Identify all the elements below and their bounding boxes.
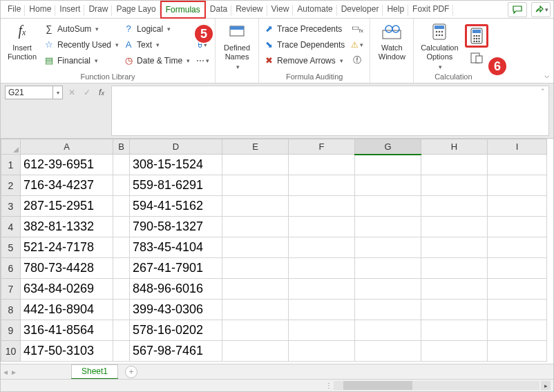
tab-automate[interactable]: Automate bbox=[293, 1, 336, 18]
trace-precedents-button[interactable]: ⬈Trace Precedents bbox=[263, 21, 345, 36]
cell[interactable] bbox=[289, 237, 355, 258]
row-header[interactable]: 9 bbox=[1, 320, 21, 341]
formula-bar-input[interactable]: ⌃ bbox=[111, 86, 549, 136]
cell[interactable]: 848-96-6016 bbox=[130, 279, 222, 300]
cell[interactable]: 417-50-3103 bbox=[21, 341, 113, 362]
row-header[interactable]: 3 bbox=[1, 196, 21, 217]
cell[interactable] bbox=[222, 175, 289, 196]
row-header[interactable]: 8 bbox=[1, 300, 21, 320]
evaluate-formula-button[interactable]: ⓕ bbox=[349, 53, 365, 68]
tab-draw[interactable]: Draw bbox=[84, 1, 112, 18]
cell[interactable] bbox=[113, 300, 130, 320]
share-button[interactable]: ▾ bbox=[531, 2, 551, 17]
cell[interactable] bbox=[355, 155, 421, 175]
row-header[interactable]: 6 bbox=[1, 258, 21, 279]
cell[interactable] bbox=[289, 320, 355, 341]
row-header[interactable]: 7 bbox=[1, 279, 21, 300]
tab-formulas[interactable]: Formulas bbox=[160, 1, 206, 19]
watch-window-button[interactable]: Watch Window bbox=[374, 21, 409, 72]
cell[interactable]: 716-34-4237 bbox=[21, 175, 113, 196]
name-box-dropdown[interactable]: ▾ bbox=[53, 86, 63, 99]
cell[interactable] bbox=[355, 217, 421, 237]
recently-used-button[interactable]: ☆Recently Used▾ bbox=[44, 37, 119, 52]
cell[interactable] bbox=[488, 341, 547, 362]
show-formulas-button[interactable]: ▭fx bbox=[349, 21, 365, 36]
sheet-tab-sheet1[interactable]: Sheet1 bbox=[71, 364, 118, 379]
cell[interactable] bbox=[289, 258, 355, 279]
cell[interactable] bbox=[355, 237, 421, 258]
financial-button[interactable]: ▤Financial▾ bbox=[44, 53, 119, 68]
cell[interactable] bbox=[113, 237, 130, 258]
cancel-formula-button[interactable]: ✕ bbox=[64, 86, 79, 99]
cell[interactable] bbox=[222, 341, 289, 362]
date-time-button[interactable]: ◷Date & Time▾ bbox=[123, 53, 190, 68]
cell[interactable] bbox=[421, 196, 488, 217]
name-box[interactable]: G21 bbox=[5, 86, 53, 99]
cell[interactable] bbox=[222, 279, 289, 300]
cell[interactable]: 559-81-6291 bbox=[130, 175, 222, 196]
cell[interactable] bbox=[488, 258, 547, 279]
cell[interactable]: 783-45-4104 bbox=[130, 237, 222, 258]
cell[interactable] bbox=[421, 237, 488, 258]
cell[interactable] bbox=[222, 237, 289, 258]
worksheet-grid[interactable]: A B D E F G H I 1612-39-6951308-15-15242… bbox=[1, 139, 553, 364]
cell[interactable] bbox=[488, 217, 547, 237]
sheet-nav-arrows[interactable]: ◂▸ bbox=[3, 367, 16, 377]
col-header-B[interactable]: B bbox=[113, 139, 130, 155]
cell[interactable] bbox=[488, 320, 547, 341]
row-header[interactable]: 2 bbox=[1, 175, 21, 196]
cell[interactable] bbox=[113, 258, 130, 279]
cell[interactable]: 442-16-8904 bbox=[21, 300, 113, 320]
tab-file[interactable]: File bbox=[3, 1, 25, 18]
cell[interactable]: 308-15-1524 bbox=[130, 155, 222, 175]
cell[interactable] bbox=[113, 155, 130, 175]
tab-page-layout[interactable]: Page Layo bbox=[112, 1, 160, 18]
cell[interactable] bbox=[222, 155, 289, 175]
insert-function-button[interactable]: fx Insert Function bbox=[5, 21, 39, 72]
cell[interactable] bbox=[421, 341, 488, 362]
col-header-G[interactable]: G bbox=[355, 139, 421, 155]
cell[interactable] bbox=[421, 300, 488, 320]
cell[interactable]: 634-84-0269 bbox=[21, 279, 113, 300]
col-header-H[interactable]: H bbox=[421, 139, 488, 155]
cell[interactable] bbox=[355, 300, 421, 320]
cell[interactable] bbox=[421, 279, 488, 300]
cell[interactable] bbox=[421, 217, 488, 237]
remove-arrows-button[interactable]: ✖Remove Arrows▾ bbox=[263, 53, 345, 68]
cell[interactable] bbox=[222, 320, 289, 341]
cell[interactable] bbox=[355, 279, 421, 300]
row-header[interactable]: 5 bbox=[1, 237, 21, 258]
collapse-ribbon-button[interactable]: ⌵ bbox=[544, 70, 549, 80]
cell[interactable] bbox=[113, 196, 130, 217]
cell[interactable]: 594-41-5162 bbox=[130, 196, 222, 217]
tab-review[interactable]: Review bbox=[231, 1, 267, 18]
col-header-D[interactable]: D bbox=[130, 139, 222, 155]
cell[interactable] bbox=[222, 217, 289, 237]
tab-data[interactable]: Data bbox=[206, 1, 231, 18]
col-header-A[interactable]: A bbox=[21, 139, 113, 155]
cell[interactable] bbox=[355, 258, 421, 279]
cell[interactable]: 612-39-6951 bbox=[21, 155, 113, 175]
cell[interactable] bbox=[421, 320, 488, 341]
tab-help[interactable]: Help bbox=[383, 1, 408, 18]
cell[interactable] bbox=[222, 300, 289, 320]
row-header[interactable]: 1 bbox=[1, 155, 21, 175]
cell[interactable] bbox=[488, 237, 547, 258]
cell[interactable] bbox=[355, 320, 421, 341]
cell[interactable]: 521-24-7178 bbox=[21, 237, 113, 258]
tab-home[interactable]: Home bbox=[25, 1, 55, 18]
calculate-sheet-button[interactable] bbox=[468, 50, 485, 65]
row-header[interactable]: 4 bbox=[1, 217, 21, 237]
logical-button[interactable]: ?Logical▾ bbox=[123, 21, 190, 36]
scroll-thumb[interactable] bbox=[343, 381, 412, 390]
cell[interactable] bbox=[289, 300, 355, 320]
cell[interactable] bbox=[113, 279, 130, 300]
cell[interactable] bbox=[355, 175, 421, 196]
cell[interactable] bbox=[113, 341, 130, 362]
calculate-now-button[interactable] bbox=[465, 24, 488, 48]
trace-dependents-button[interactable]: ⬊Trace Dependents bbox=[263, 37, 345, 52]
tab-view[interactable]: View bbox=[267, 1, 294, 18]
cell[interactable] bbox=[488, 279, 547, 300]
enter-formula-button[interactable]: ✓ bbox=[79, 86, 95, 99]
cell[interactable] bbox=[355, 341, 421, 362]
